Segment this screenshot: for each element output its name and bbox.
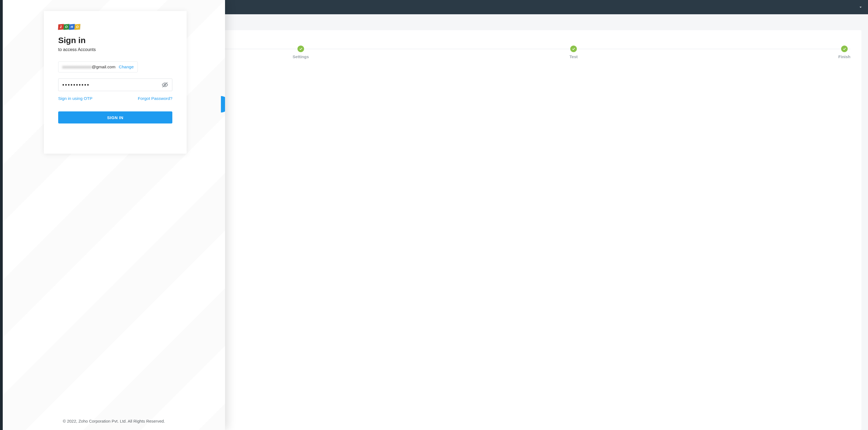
email-row: xxxxxxxxxxxxx@gmail.com Change [58,61,138,72]
check-icon [841,45,848,52]
zoho-footer: © 2022, Zoho Corporation Pvt. Ltd. All R… [3,419,225,423]
signin-title: Sign in [58,36,172,45]
zoho-logo: Z O H O [58,24,172,30]
password-row [58,79,172,91]
password-input[interactable] [62,82,162,88]
zoho-logo-tile: O [63,24,69,30]
email-masked: xxxxxxxxxxxxx [62,64,92,69]
change-email-link[interactable]: Change [119,64,134,69]
links-row: Sign in using OTP Forgot Password? [58,96,172,101]
zoho-logo-tile: O [74,24,81,30]
signin-subtitle: to access Accounts [58,47,172,52]
zoho-logo-tile: H [69,24,75,30]
step-finish[interactable]: Finish [838,45,850,59]
step-label: Settings [292,54,309,59]
zoho-signin-card: Z O H O Sign in to access Accounts xxxxx… [44,11,187,154]
step-label: Test [569,54,578,59]
check-icon [570,45,577,52]
zoho-logo-tile: Z [58,24,64,30]
signin-otp-link[interactable]: Sign in using OTP [58,96,92,101]
chevron-down-icon[interactable] [858,5,863,10]
zoho-surface: Z O H O Sign in to access Accounts xxxxx… [3,0,225,430]
left-dark-strip [0,0,3,430]
step-label: Finish [838,54,850,59]
step-test[interactable]: Test [569,45,578,59]
signin-button[interactable]: SIGN IN [58,112,172,123]
forgot-password-link[interactable]: Forgot Password? [138,96,172,101]
eye-icon[interactable] [162,82,168,88]
drawer-knob[interactable] [221,96,225,113]
step-settings[interactable]: Settings [292,45,309,59]
email-domain: @gmail.com [92,64,115,69]
check-icon [298,45,304,52]
